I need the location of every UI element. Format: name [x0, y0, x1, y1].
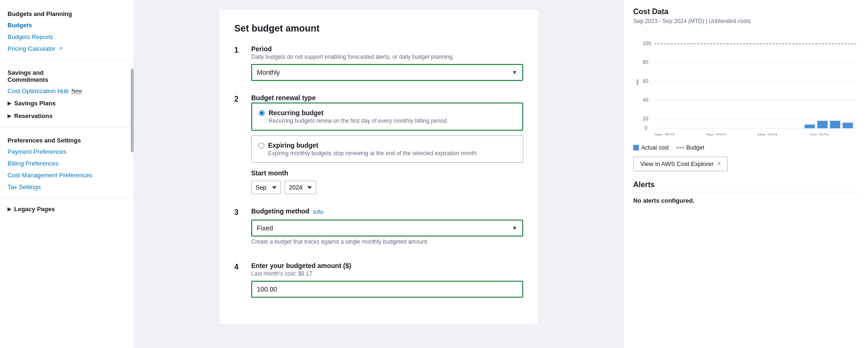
step-budget-amount: 4 Enter your budgeted amount ($) Last mo… — [234, 262, 523, 298]
method-desc: Create a budget that tracks against a si… — [251, 238, 523, 245]
start-month-label: Start month — [251, 169, 523, 177]
radio-expiring-input[interactable] — [258, 142, 264, 149]
step1-content: Period Daily budgets do not support enab… — [251, 45, 523, 81]
alerts-divider — [633, 192, 859, 192]
cost-explorer-button[interactable]: View in AWS Cost Explorer ↗ — [633, 157, 728, 171]
legend-actual-cost: Actual cost — [633, 144, 669, 151]
cost-data-subtitle: Sep 2023 - Sep 2024 (MTD) | Unblended co… — [633, 18, 859, 24]
sidebar-item-savings-plans[interactable]: ▶ Savings Plans — [0, 97, 134, 110]
budget-amount-label: Enter your budgeted amount ($) — [251, 262, 523, 269]
svg-rect-16 — [843, 123, 853, 128]
sidebar-item-budgets[interactable]: Budgets — [0, 19, 134, 31]
external-link-icon: ↗ — [58, 46, 63, 52]
expand-arrow-icon: ▶ — [8, 113, 11, 119]
svg-text:∥: ∥ — [636, 79, 639, 85]
svg-text:40: 40 — [643, 97, 648, 103]
svg-rect-15 — [830, 121, 840, 128]
step3-content: Budgeting method Info Fixed Monthly budg… — [251, 207, 523, 249]
budget-amount-input[interactable] — [252, 282, 522, 297]
sidebar-section-savings: Savings andCommitments — [0, 64, 134, 85]
month-select[interactable]: JanFebMarApr MayJunJulAug SepOctNovDec — [251, 181, 281, 194]
sidebar-section-budgets: Budgets and Planning — [0, 6, 134, 19]
renewal-label: Budget renewal type — [251, 94, 523, 102]
right-panel: Cost Data Sep 2023 - Sep 2024 (MTD) | Un… — [623, 0, 868, 348]
svg-text:20: 20 — [643, 116, 648, 121]
svg-text:Sep 2023: Sep 2023 — [654, 132, 675, 135]
radio-expiring-desc: Expiring monthly budgets stop renewing a… — [268, 150, 478, 157]
budgeting-method-select-wrapper: Fixed Monthly budget planning Auto-adjus… — [251, 220, 523, 237]
period-select-wrapper: Monthly Quarterly Annually Daily ▼ — [251, 64, 523, 81]
budgeting-method-label: Budgeting method — [251, 207, 310, 215]
legend-budget: Budget — [677, 144, 704, 151]
svg-text:Dec 2023: Dec 2023 — [706, 132, 726, 135]
step4-content: Enter your budgeted amount ($) Last mont… — [251, 262, 523, 298]
svg-rect-13 — [804, 125, 815, 128]
radio-recurring-input[interactable] — [259, 110, 265, 116]
step-num-4: 4 — [234, 263, 247, 271]
external-link-icon: ↗ — [717, 161, 721, 167]
sidebar-item-reservations[interactable]: ▶ Reservations — [0, 110, 134, 122]
step2-content: Budget renewal type Recurring budget Rec… — [251, 94, 523, 194]
cost-data-title: Cost Data — [633, 8, 859, 16]
svg-text:Jun 2024: Jun 2024 — [809, 132, 828, 135]
form-card: Set budget amount 1 Period Daily budgets… — [219, 9, 539, 324]
radio-expiring[interactable]: Expiring budget Expiring monthly budgets… — [251, 135, 523, 163]
budgeting-label-row: Budgeting method Info — [251, 207, 523, 216]
sidebar-scrollbar[interactable] — [131, 6, 134, 215]
legend-actual-label: Actual cost — [641, 144, 669, 151]
step-num-3: 3 — [234, 208, 247, 217]
form-area: Set budget amount 1 Period Daily budgets… — [134, 0, 623, 348]
sidebar-item-billing-preferences[interactable]: Billing Preferences — [0, 158, 134, 169]
expand-arrow-icon: ▶ — [8, 101, 11, 106]
step-period: 1 Period Daily budgets do not support en… — [234, 45, 523, 81]
radio-recurring-desc: Recurring budgets renew on the first day… — [269, 118, 448, 124]
step-num-2: 2 — [234, 95, 247, 103]
sidebar-item-cost-optimization[interactable]: Cost Optimization Hub New — [0, 85, 134, 97]
info-link[interactable]: Info — [313, 208, 324, 215]
form-title: Set budget amount — [234, 23, 523, 34]
alerts-title: Alerts — [633, 181, 859, 189]
period-select[interactable]: Monthly Quarterly Annually Daily — [252, 65, 522, 80]
sidebar-item-budgets-reports[interactable]: Budgets Reports — [0, 31, 134, 43]
budget-input-wrapper — [251, 281, 523, 298]
budgeting-method-select[interactable]: Fixed Monthly budget planning Auto-adjus… — [252, 221, 522, 236]
svg-text:100: 100 — [643, 40, 651, 46]
legend-budget-label: Budget — [686, 144, 704, 151]
period-hint: Daily budgets do not support enabling fo… — [251, 54, 523, 60]
svg-rect-14 — [817, 121, 828, 128]
start-month-row: JanFebMarApr MayJunJulAug SepOctNovDec 2… — [251, 181, 523, 194]
radio-recurring[interactable]: Recurring budget Recurring budgets renew… — [251, 103, 523, 131]
step-num-1: 1 — [234, 46, 247, 55]
radio-expiring-label: Expiring budget — [268, 142, 478, 149]
year-select[interactable]: 2022202320242025 — [285, 181, 316, 194]
main-content: Set budget amount 1 Period Daily budgets… — [134, 0, 868, 348]
cost-explorer-label: View in AWS Cost Explorer — [640, 160, 714, 167]
sidebar-item-pricing-calculator[interactable]: Pricing Calculator ↗ — [0, 43, 134, 55]
new-badge: New — [72, 88, 82, 94]
last-month-cost: Last month's cost: $8.17 — [251, 270, 523, 277]
step-budgeting-method: 3 Budgeting method Info Fixed Monthly bu… — [234, 207, 523, 249]
no-alerts-text: No alerts configured. — [633, 197, 859, 204]
cost-chart: 100 80 60 40 20 0 — [633, 32, 859, 135]
sidebar-item-cost-management[interactable]: Cost Management Preferences — [0, 169, 134, 181]
svg-text:0: 0 — [645, 125, 647, 131]
sidebar-section-preferences: Preferences and Settings — [0, 132, 134, 146]
sidebar-item-legacy-pages[interactable]: ▶ Legacy Pages — [0, 203, 134, 215]
sidebar-item-payment-preferences[interactable]: Payment Preferences — [0, 146, 134, 158]
svg-text:60: 60 — [643, 78, 648, 84]
svg-text:80: 80 — [643, 59, 648, 65]
expand-arrow-icon: ▶ — [8, 206, 11, 212]
radio-recurring-label: Recurring budget — [269, 109, 448, 117]
sidebar: Budgets and Planning Budgets Budgets Rep… — [0, 0, 134, 348]
chart-legend: Actual cost Budget — [633, 144, 859, 151]
sidebar-item-tax-settings[interactable]: Tax Settings — [0, 181, 134, 193]
step-renewal: 2 Budget renewal type Recurring budget R… — [234, 94, 523, 194]
period-label: Period — [251, 45, 523, 53]
budget-legend-dots — [677, 147, 684, 149]
actual-cost-color-box — [633, 145, 639, 150]
chart-area: 100 80 60 40 20 0 — [633, 32, 859, 137]
svg-text:Mar 2024: Mar 2024 — [757, 132, 778, 135]
